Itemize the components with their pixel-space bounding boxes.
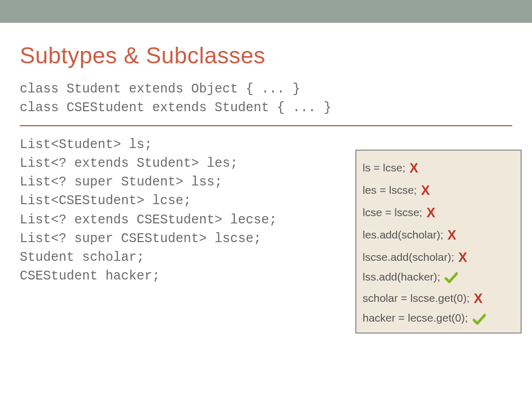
callout-text: les.add(scholar); <box>363 225 443 244</box>
x-icon: X <box>447 224 456 246</box>
slide-title: Subtypes & Subclasses <box>20 43 512 69</box>
class-def-line: class CSEStudent extends Student { ... } <box>20 99 512 117</box>
callout-text: lcse = lscse; <box>363 203 422 222</box>
slide-top-bar <box>0 0 532 23</box>
callout-text: hacker = lecse.get(0); <box>363 309 468 327</box>
divider <box>20 125 512 126</box>
callout-row: les.add(scholar); X <box>363 223 515 245</box>
callout-row: lcse = lscse; X <box>363 201 515 223</box>
callout-row: ls = lcse; X <box>363 156 515 178</box>
results-callout: ls = lcse; X les = lscse; X lcse = lscse… <box>355 150 522 334</box>
x-icon: X <box>409 157 418 179</box>
check-icon <box>444 269 458 287</box>
callout-text: les = lscse; <box>363 181 417 200</box>
callout-text: lscse.add(scholar); <box>363 248 454 267</box>
check-icon <box>472 310 486 328</box>
x-icon: X <box>427 202 435 224</box>
callout-row: les = lscse; X <box>363 178 515 201</box>
x-icon: X <box>458 246 467 269</box>
callout-text: scholar = lscse.get(0); <box>363 289 470 308</box>
x-icon: X <box>474 287 483 310</box>
callout-text: ls = lcse; <box>363 158 405 177</box>
callout-row: scholar = lscse.get(0); X <box>363 286 515 309</box>
callout-row: hacker = lecse.get(0); <box>363 309 515 327</box>
callout-row: lss.add(hacker); <box>363 268 515 286</box>
class-def-line: class Student extends Object { ... } <box>20 80 512 99</box>
callout-row: lscse.add(scholar); X <box>363 245 515 268</box>
x-icon: X <box>421 179 430 202</box>
callout-text: lss.add(hacker); <box>363 268 440 286</box>
